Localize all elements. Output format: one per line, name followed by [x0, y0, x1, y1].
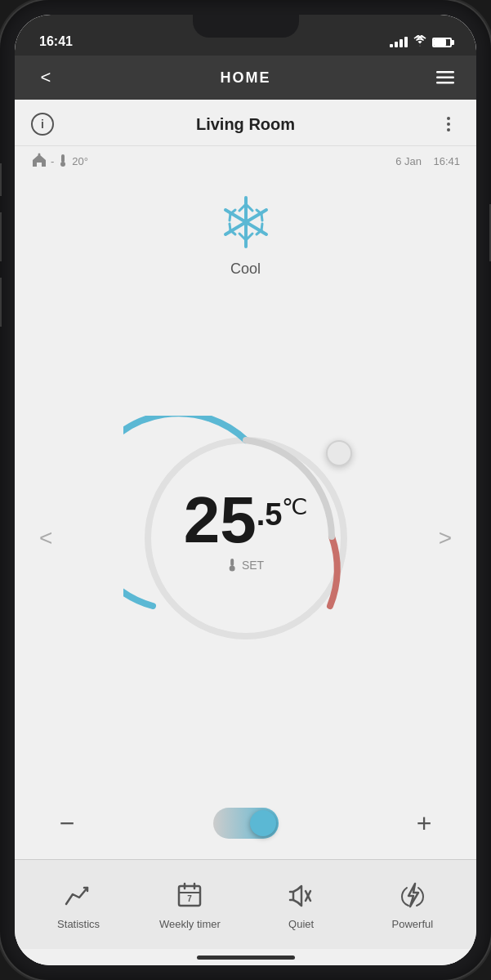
svg-line-18	[230, 224, 230, 230]
svg-rect-1	[436, 77, 454, 79]
svg-point-23	[229, 566, 234, 572]
room-name: Living Room	[54, 115, 437, 134]
tab-statistics[interactable]: Statistics	[23, 879, 134, 930]
back-button[interactable]: <	[31, 63, 60, 92]
tab-powerful[interactable]: Powerful	[357, 879, 468, 930]
time: 16:41	[433, 155, 460, 167]
quiet-icon	[285, 879, 318, 911]
tab-statistics-label: Statistics	[57, 918, 100, 930]
temperature-value: 25.5℃	[184, 488, 308, 553]
temperature-display: 25.5℃ SET	[184, 488, 308, 572]
info-button[interactable]: i	[31, 113, 54, 136]
svg-rect-2	[436, 82, 454, 84]
notch	[193, 15, 299, 38]
bottom-tab-bar: Statistics 7 Weekly timer	[15, 859, 476, 949]
increase-temp-button[interactable]: +	[404, 804, 444, 843]
main-content: i Living Room -	[15, 100, 476, 965]
svg-point-5	[60, 162, 65, 167]
date: 6 Jan	[395, 155, 422, 167]
set-label-row: SET	[184, 558, 308, 572]
tab-weekly-timer-label: Weekly timer	[159, 918, 221, 930]
silent-button[interactable]	[0, 163, 2, 196]
temp-integer: 25	[184, 488, 257, 553]
date-time: 6 Jan 16:41	[395, 155, 460, 167]
toggle-thumb	[250, 810, 276, 836]
volume-down-button[interactable]	[0, 278, 2, 327]
svg-point-3	[38, 154, 41, 156]
temp-decimal: .5	[257, 499, 283, 530]
phone-frame: 16:41	[0, 0, 491, 980]
svg-text:7: 7	[188, 894, 193, 903]
home-bar	[197, 956, 295, 960]
tab-weekly-timer[interactable]: 7 Weekly timer	[134, 879, 245, 930]
tab-powerful-label: Powerful	[392, 918, 434, 930]
top-nav: < HOME	[15, 56, 476, 100]
cool-mode-icon	[216, 193, 275, 261]
mode-section: Cool	[15, 176, 476, 286]
power-toggle[interactable]	[213, 808, 279, 839]
temperature-dial[interactable]: 25.5℃ SET	[123, 416, 368, 661]
weekly-timer-icon: 7	[173, 879, 206, 911]
room-header: i Living Room	[15, 100, 476, 146]
more-options-button[interactable]	[437, 113, 460, 136]
next-mode-button[interactable]: >	[439, 525, 452, 551]
toggle-track	[213, 808, 279, 839]
statistics-icon	[62, 879, 95, 911]
svg-line-16	[261, 214, 262, 220]
indoor-temp: 20°	[72, 155, 88, 167]
controls-section: − +	[15, 791, 476, 859]
temp-unit: ℃	[282, 496, 307, 519]
battery-icon	[432, 38, 452, 47]
wifi-icon	[413, 35, 427, 49]
nav-title: HOME	[221, 69, 271, 87]
home-indicator	[15, 949, 476, 965]
svg-line-14	[230, 214, 230, 220]
menu-button[interactable]	[431, 63, 460, 92]
svg-rect-22	[230, 559, 234, 566]
sub-info-bar: - 20° 6 Jan 16:41	[15, 146, 476, 176]
dial-handle[interactable]	[326, 440, 352, 466]
decrease-temp-button[interactable]: −	[47, 804, 87, 843]
status-icons	[390, 35, 452, 49]
powerful-icon	[396, 879, 429, 911]
svg-line-20	[261, 224, 262, 230]
volume-up-button[interactable]	[0, 212, 2, 261]
signal-icon	[390, 37, 408, 47]
prev-mode-button[interactable]: <	[39, 525, 52, 551]
svg-rect-4	[61, 154, 65, 163]
home-icon	[31, 153, 47, 170]
dial-section: <	[15, 286, 476, 791]
home-suffix: -	[51, 155, 54, 167]
svg-rect-0	[436, 71, 454, 74]
set-label: SET	[242, 559, 264, 572]
phone-screen: 16:41	[15, 15, 476, 965]
status-time: 16:41	[39, 34, 73, 49]
tab-quiet[interactable]: Quiet	[246, 879, 357, 930]
tab-quiet-label: Quiet	[288, 918, 314, 930]
therm-icon	[57, 153, 69, 170]
home-status: - 20°	[31, 153, 88, 170]
mode-label: Cool	[230, 261, 261, 278]
